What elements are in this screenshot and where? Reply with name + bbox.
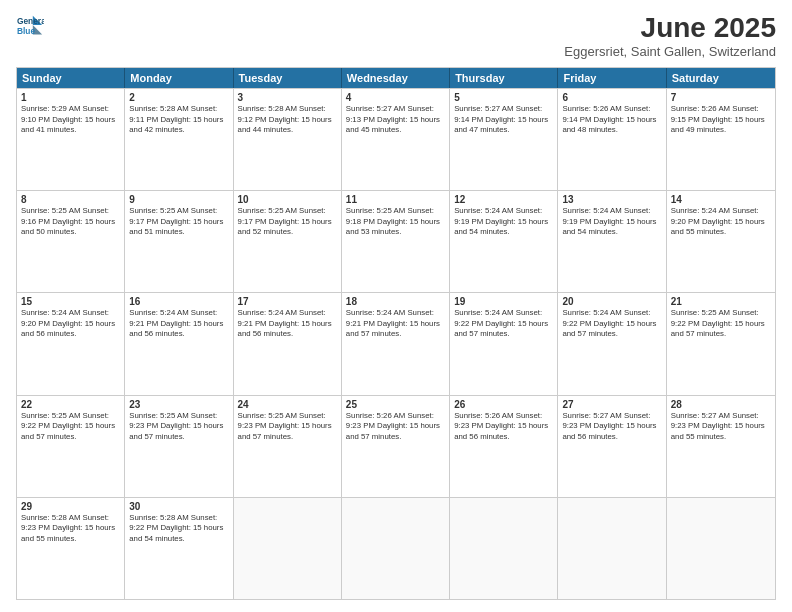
- day-number: 8: [21, 194, 120, 205]
- day-number: 3: [238, 92, 337, 103]
- weekday-monday: Monday: [125, 68, 233, 88]
- day-number: 29: [21, 501, 120, 512]
- day-info: Sunrise: 5:28 AM Sunset: 9:12 PM Dayligh…: [238, 104, 337, 136]
- calendar-cell-2-5: 20Sunrise: 5:24 AM Sunset: 9:22 PM Dayli…: [558, 293, 666, 394]
- day-number: 19: [454, 296, 553, 307]
- day-info: Sunrise: 5:24 AM Sunset: 9:20 PM Dayligh…: [671, 206, 771, 238]
- day-number: 15: [21, 296, 120, 307]
- day-number: 5: [454, 92, 553, 103]
- calendar-cell-4-0: 29Sunrise: 5:28 AM Sunset: 9:23 PM Dayli…: [17, 498, 125, 599]
- day-number: 14: [671, 194, 771, 205]
- day-number: 25: [346, 399, 445, 410]
- day-info: Sunrise: 5:27 AM Sunset: 9:13 PM Dayligh…: [346, 104, 445, 136]
- day-number: 16: [129, 296, 228, 307]
- day-number: 30: [129, 501, 228, 512]
- day-info: Sunrise: 5:28 AM Sunset: 9:11 PM Dayligh…: [129, 104, 228, 136]
- calendar-header: Sunday Monday Tuesday Wednesday Thursday…: [17, 68, 775, 88]
- calendar-cell-0-5: 6Sunrise: 5:26 AM Sunset: 9:14 PM Daylig…: [558, 89, 666, 190]
- calendar: Sunday Monday Tuesday Wednesday Thursday…: [16, 67, 776, 600]
- calendar-cell-4-4: [450, 498, 558, 599]
- day-info: Sunrise: 5:25 AM Sunset: 9:16 PM Dayligh…: [21, 206, 120, 238]
- calendar-cell-0-2: 3Sunrise: 5:28 AM Sunset: 9:12 PM Daylig…: [234, 89, 342, 190]
- weekday-friday: Friday: [558, 68, 666, 88]
- calendar-cell-2-2: 17Sunrise: 5:24 AM Sunset: 9:21 PM Dayli…: [234, 293, 342, 394]
- day-info: Sunrise: 5:24 AM Sunset: 9:19 PM Dayligh…: [562, 206, 661, 238]
- calendar-cell-2-0: 15Sunrise: 5:24 AM Sunset: 9:20 PM Dayli…: [17, 293, 125, 394]
- header: General Blue June 2025 Eggersriet, Saint…: [16, 12, 776, 59]
- day-number: 28: [671, 399, 771, 410]
- calendar-row-5: 29Sunrise: 5:28 AM Sunset: 9:23 PM Dayli…: [17, 497, 775, 599]
- day-info: Sunrise: 5:25 AM Sunset: 9:17 PM Dayligh…: [238, 206, 337, 238]
- calendar-cell-1-4: 12Sunrise: 5:24 AM Sunset: 9:19 PM Dayli…: [450, 191, 558, 292]
- day-info: Sunrise: 5:24 AM Sunset: 9:22 PM Dayligh…: [454, 308, 553, 340]
- calendar-row-1: 1Sunrise: 5:29 AM Sunset: 9:10 PM Daylig…: [17, 88, 775, 190]
- day-info: Sunrise: 5:25 AM Sunset: 9:17 PM Dayligh…: [129, 206, 228, 238]
- calendar-cell-2-6: 21Sunrise: 5:25 AM Sunset: 9:22 PM Dayli…: [667, 293, 775, 394]
- calendar-cell-1-5: 13Sunrise: 5:24 AM Sunset: 9:19 PM Dayli…: [558, 191, 666, 292]
- calendar-row-4: 22Sunrise: 5:25 AM Sunset: 9:22 PM Dayli…: [17, 395, 775, 497]
- day-number: 13: [562, 194, 661, 205]
- day-info: Sunrise: 5:24 AM Sunset: 9:19 PM Dayligh…: [454, 206, 553, 238]
- day-number: 1: [21, 92, 120, 103]
- day-info: Sunrise: 5:26 AM Sunset: 9:23 PM Dayligh…: [454, 411, 553, 443]
- weekday-sunday: Sunday: [17, 68, 125, 88]
- weekday-saturday: Saturday: [667, 68, 775, 88]
- day-info: Sunrise: 5:25 AM Sunset: 9:23 PM Dayligh…: [129, 411, 228, 443]
- calendar-cell-4-2: [234, 498, 342, 599]
- day-info: Sunrise: 5:24 AM Sunset: 9:22 PM Dayligh…: [562, 308, 661, 340]
- day-info: Sunrise: 5:25 AM Sunset: 9:22 PM Dayligh…: [21, 411, 120, 443]
- day-number: 10: [238, 194, 337, 205]
- calendar-cell-4-1: 30Sunrise: 5:28 AM Sunset: 9:22 PM Dayli…: [125, 498, 233, 599]
- day-info: Sunrise: 5:26 AM Sunset: 9:23 PM Dayligh…: [346, 411, 445, 443]
- calendar-cell-1-6: 14Sunrise: 5:24 AM Sunset: 9:20 PM Dayli…: [667, 191, 775, 292]
- subtitle: Eggersriet, Saint Gallen, Switzerland: [564, 44, 776, 59]
- calendar-cell-4-3: [342, 498, 450, 599]
- day-number: 26: [454, 399, 553, 410]
- day-info: Sunrise: 5:25 AM Sunset: 9:18 PM Dayligh…: [346, 206, 445, 238]
- day-number: 27: [562, 399, 661, 410]
- calendar-cell-1-2: 10Sunrise: 5:25 AM Sunset: 9:17 PM Dayli…: [234, 191, 342, 292]
- calendar-cell-4-5: [558, 498, 666, 599]
- day-number: 11: [346, 194, 445, 205]
- calendar-cell-0-6: 7Sunrise: 5:26 AM Sunset: 9:15 PM Daylig…: [667, 89, 775, 190]
- day-number: 20: [562, 296, 661, 307]
- calendar-row-2: 8Sunrise: 5:25 AM Sunset: 9:16 PM Daylig…: [17, 190, 775, 292]
- day-info: Sunrise: 5:25 AM Sunset: 9:22 PM Dayligh…: [671, 308, 771, 340]
- day-info: Sunrise: 5:26 AM Sunset: 9:14 PM Dayligh…: [562, 104, 661, 136]
- calendar-cell-0-4: 5Sunrise: 5:27 AM Sunset: 9:14 PM Daylig…: [450, 89, 558, 190]
- day-number: 12: [454, 194, 553, 205]
- day-info: Sunrise: 5:24 AM Sunset: 9:20 PM Dayligh…: [21, 308, 120, 340]
- day-number: 7: [671, 92, 771, 103]
- day-info: Sunrise: 5:24 AM Sunset: 9:21 PM Dayligh…: [346, 308, 445, 340]
- calendar-cell-3-2: 24Sunrise: 5:25 AM Sunset: 9:23 PM Dayli…: [234, 396, 342, 497]
- calendar-cell-3-5: 27Sunrise: 5:27 AM Sunset: 9:23 PM Dayli…: [558, 396, 666, 497]
- calendar-cell-1-0: 8Sunrise: 5:25 AM Sunset: 9:16 PM Daylig…: [17, 191, 125, 292]
- day-number: 23: [129, 399, 228, 410]
- day-number: 6: [562, 92, 661, 103]
- calendar-row-3: 15Sunrise: 5:24 AM Sunset: 9:20 PM Dayli…: [17, 292, 775, 394]
- weekday-thursday: Thursday: [450, 68, 558, 88]
- day-info: Sunrise: 5:27 AM Sunset: 9:14 PM Dayligh…: [454, 104, 553, 136]
- day-number: 24: [238, 399, 337, 410]
- weekday-tuesday: Tuesday: [234, 68, 342, 88]
- day-info: Sunrise: 5:26 AM Sunset: 9:15 PM Dayligh…: [671, 104, 771, 136]
- day-info: Sunrise: 5:27 AM Sunset: 9:23 PM Dayligh…: [671, 411, 771, 443]
- day-number: 18: [346, 296, 445, 307]
- calendar-cell-0-1: 2Sunrise: 5:28 AM Sunset: 9:11 PM Daylig…: [125, 89, 233, 190]
- calendar-cell-3-6: 28Sunrise: 5:27 AM Sunset: 9:23 PM Dayli…: [667, 396, 775, 497]
- calendar-cell-1-1: 9Sunrise: 5:25 AM Sunset: 9:17 PM Daylig…: [125, 191, 233, 292]
- calendar-cell-0-3: 4Sunrise: 5:27 AM Sunset: 9:13 PM Daylig…: [342, 89, 450, 190]
- day-number: 9: [129, 194, 228, 205]
- calendar-cell-0-0: 1Sunrise: 5:29 AM Sunset: 9:10 PM Daylig…: [17, 89, 125, 190]
- day-number: 17: [238, 296, 337, 307]
- calendar-cell-2-1: 16Sunrise: 5:24 AM Sunset: 9:21 PM Dayli…: [125, 293, 233, 394]
- calendar-cell-3-0: 22Sunrise: 5:25 AM Sunset: 9:22 PM Dayli…: [17, 396, 125, 497]
- logo: General Blue: [16, 12, 44, 40]
- weekday-wednesday: Wednesday: [342, 68, 450, 88]
- calendar-cell-1-3: 11Sunrise: 5:25 AM Sunset: 9:18 PM Dayli…: [342, 191, 450, 292]
- day-info: Sunrise: 5:25 AM Sunset: 9:23 PM Dayligh…: [238, 411, 337, 443]
- calendar-cell-2-4: 19Sunrise: 5:24 AM Sunset: 9:22 PM Dayli…: [450, 293, 558, 394]
- title-block: June 2025 Eggersriet, Saint Gallen, Swit…: [564, 12, 776, 59]
- calendar-cell-4-6: [667, 498, 775, 599]
- page: General Blue June 2025 Eggersriet, Saint…: [0, 0, 792, 612]
